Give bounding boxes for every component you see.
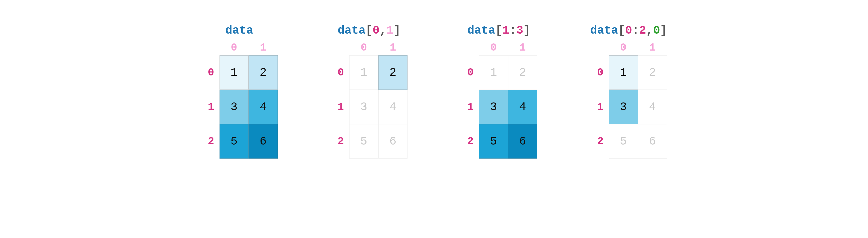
title-part: 1 xyxy=(386,24,394,37)
row-header: 2 xyxy=(461,124,479,158)
cell: 6 xyxy=(638,124,667,158)
col-headers: 0 1 xyxy=(479,42,537,54)
title-part: ] xyxy=(660,24,667,37)
cell: 1 xyxy=(479,55,508,90)
title-part: 2 xyxy=(639,24,646,37)
row-header: 1 xyxy=(331,90,349,124)
cell: 5 xyxy=(609,124,638,158)
title-part: [ xyxy=(618,24,625,37)
cell: 2 xyxy=(508,55,537,90)
panel-title: data[1:3] xyxy=(467,24,530,37)
panel-index-element: data[0,1] 0 1 0 1 2 1 2 3 4 5 6 xyxy=(331,24,407,158)
cell: 1 xyxy=(219,55,249,90)
title-part: , xyxy=(379,24,386,37)
panel-title: data[0,1] xyxy=(338,24,401,37)
title-part: : xyxy=(632,24,639,37)
title-part: 0 xyxy=(373,24,379,37)
cell: 3 xyxy=(219,90,249,124)
cell: 6 xyxy=(249,124,278,158)
title-part: 0 xyxy=(625,24,632,37)
panel-title: data xyxy=(225,24,253,37)
row-header: 1 xyxy=(461,90,479,124)
cell: 5 xyxy=(219,124,249,158)
grid-wrap: 0 1 2 1 2 3 4 5 6 xyxy=(461,55,537,158)
cell: 5 xyxy=(479,124,508,158)
panel-slice-col: data[0:2,0] 0 1 0 1 2 1 2 3 4 5 6 xyxy=(590,24,667,158)
col-header: 0 xyxy=(349,42,378,54)
title-part: data xyxy=(467,24,495,37)
col-headers: 0 1 xyxy=(609,42,667,54)
cell: 2 xyxy=(378,55,407,90)
cell: 6 xyxy=(378,124,407,158)
cell: 2 xyxy=(249,55,278,90)
cell: 3 xyxy=(349,90,378,124)
cell: 4 xyxy=(508,90,537,124)
row-header: 2 xyxy=(201,124,219,158)
row-header: 0 xyxy=(461,55,479,90)
grid-wrap: 0 1 2 1 2 3 4 5 6 xyxy=(331,55,407,158)
row-headers: 0 1 2 xyxy=(201,55,219,158)
cell: 4 xyxy=(378,90,407,124)
panel-data: data 0 1 0 1 2 1 2 3 4 5 6 xyxy=(201,24,278,158)
col-headers: 0 1 xyxy=(349,42,407,54)
col-headers: 0 1 xyxy=(219,42,278,54)
title-part: ] xyxy=(523,24,530,37)
title-part: , xyxy=(646,24,653,37)
array-grid: 1 2 3 4 5 6 xyxy=(479,55,537,158)
row-header: 0 xyxy=(201,55,219,90)
title-part: data xyxy=(338,24,366,37)
title-part: [ xyxy=(366,24,373,37)
array-grid: 1 2 3 4 5 6 xyxy=(349,55,407,158)
title-part: [ xyxy=(495,24,502,37)
row-headers: 0 1 2 xyxy=(590,55,609,158)
cell: 5 xyxy=(349,124,378,158)
row-header: 0 xyxy=(590,55,609,90)
title-part: 3 xyxy=(516,24,523,37)
title-part: 1 xyxy=(502,24,509,37)
col-header: 0 xyxy=(219,42,249,54)
row-header: 2 xyxy=(331,124,349,158)
row-header: 1 xyxy=(590,90,609,124)
grid-wrap: 0 1 2 1 2 3 4 5 6 xyxy=(201,55,278,158)
col-header: 1 xyxy=(638,42,667,54)
diagram-container: data 0 1 0 1 2 1 2 3 4 5 6 data[0,1] 0 xyxy=(201,0,667,158)
array-grid: 1 2 3 4 5 6 xyxy=(609,55,667,158)
panel-slice-rows: data[1:3] 0 1 0 1 2 1 2 3 4 5 6 xyxy=(461,24,537,158)
cell: 1 xyxy=(349,55,378,90)
title-part: 0 xyxy=(653,24,660,37)
col-header: 0 xyxy=(609,42,638,54)
title-part: data xyxy=(225,24,253,37)
col-header: 1 xyxy=(249,42,278,54)
cell: 1 xyxy=(609,55,638,90)
cell: 4 xyxy=(249,90,278,124)
cell: 2 xyxy=(638,55,667,90)
row-header: 0 xyxy=(331,55,349,90)
cell: 3 xyxy=(479,90,508,124)
row-header: 2 xyxy=(590,124,609,158)
title-part: ] xyxy=(394,24,400,37)
cell: 4 xyxy=(638,90,667,124)
col-header: 0 xyxy=(479,42,508,54)
col-header: 1 xyxy=(508,42,537,54)
title-part: data xyxy=(590,24,618,37)
row-headers: 0 1 2 xyxy=(461,55,479,158)
grid-wrap: 0 1 2 1 2 3 4 5 6 xyxy=(590,55,667,158)
cell: 3 xyxy=(609,90,638,124)
row-headers: 0 1 2 xyxy=(331,55,349,158)
cell: 6 xyxy=(508,124,537,158)
array-grid: 1 2 3 4 5 6 xyxy=(219,55,278,158)
panel-title: data[0:2,0] xyxy=(590,24,667,37)
title-part: : xyxy=(509,24,516,37)
col-header: 1 xyxy=(378,42,407,54)
row-header: 1 xyxy=(201,90,219,124)
